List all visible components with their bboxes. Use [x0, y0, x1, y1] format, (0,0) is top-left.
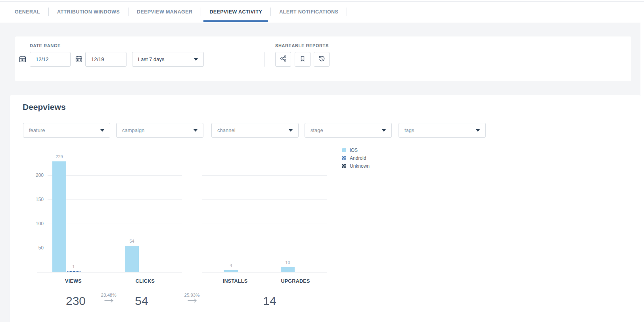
tab-deepview-activity[interactable]: DEEPVIEW ACTIVITY [201, 2, 270, 22]
category-label-upgrades: UPGRADES [281, 278, 310, 284]
x-axis-line [202, 272, 327, 272]
conversion-percent: 25.93% [184, 293, 199, 297]
divider [264, 52, 264, 67]
tab-attribution-windows[interactable]: ATTRIBUTION WINDOWS [49, 2, 128, 22]
tab-divider [347, 8, 347, 16]
shareable-reports-label: SHAREABLE REPORTS [275, 43, 329, 48]
bar-value-label: 10 [280, 260, 296, 265]
filter-label: stage [310, 127, 323, 133]
funnel-total: 230 [66, 294, 86, 308]
bar-chart: 501001502002291VIEWS54CLICKS4INSTALLS10U… [10, 147, 640, 321]
arrow-right-icon [187, 298, 197, 303]
date-range-panel: DATE RANGE Last 7 days SHAREABLE REPORTS [15, 36, 631, 81]
bar-value-label: 54 [124, 239, 140, 243]
tab-general[interactable]: GENERAL [6, 2, 48, 22]
settings-tab-bar: GENERAL ATTRIBUTION WINDOWS DEEPVIEW MAN… [0, 2, 644, 22]
gridline [202, 199, 327, 200]
card-title: Deepviews [23, 102, 66, 112]
x-axis-line [37, 272, 182, 272]
funnel-total: 14 [263, 294, 276, 308]
calendar-icon[interactable] [19, 56, 26, 63]
funnel-conversion: 25.93% [184, 293, 199, 303]
chevron-down-icon [289, 129, 293, 132]
end-date-input[interactable] [85, 52, 126, 67]
filter-label: feature [29, 127, 45, 133]
gridline [48, 199, 182, 200]
chevron-down-icon [476, 129, 480, 132]
share-report-button[interactable] [275, 52, 291, 67]
save-report-button[interactable] [295, 52, 310, 67]
legend-item-android: Android [342, 155, 366, 161]
share-icon [280, 55, 287, 63]
y-axis-tick: 50 [22, 245, 44, 251]
category-label-clicks: CLICKS [136, 278, 155, 284]
bar-value-label: 229 [51, 154, 67, 159]
gridline [202, 224, 327, 224]
calendar-icon[interactable] [75, 56, 82, 63]
legend-label: iOS [350, 148, 358, 153]
deepviews-card: Deepviews feature campaign channel stage… [10, 95, 640, 322]
bar-upgrades-ios [281, 267, 295, 272]
legend-swatch [342, 164, 346, 168]
bar-views-ios [52, 161, 66, 272]
filter-tags[interactable]: tags [399, 123, 486, 138]
gridline [202, 248, 327, 248]
filter-label: campaign [122, 127, 144, 133]
filter-feature[interactable]: feature [23, 123, 110, 138]
legend-label: Android [350, 155, 366, 161]
gridline [48, 248, 182, 248]
y-axis-tick: 150 [22, 197, 44, 202]
start-date-input[interactable] [30, 52, 71, 67]
legend-swatch [342, 156, 346, 160]
page-background: DATE RANGE Last 7 days SHAREABLE REPORTS [0, 23, 640, 322]
tab-alert-notifications[interactable]: ALERT NOTIFICATIONS [271, 2, 347, 22]
chevron-down-icon [382, 129, 386, 132]
category-label-installs: INSTALLS [223, 278, 248, 284]
category-label-views: VIEWS [65, 278, 82, 284]
y-axis-tick: 200 [22, 172, 44, 178]
report-history-button[interactable] [314, 52, 330, 67]
date-preset-value: Last 7 days [138, 56, 165, 62]
bar-views-android [67, 271, 80, 272]
legend-item-ios: iOS [342, 148, 358, 153]
funnel-conversion: 23.48% [101, 293, 116, 303]
filter-channel[interactable]: channel [211, 123, 299, 138]
legend-item-unknown: Unknown [342, 163, 370, 169]
history-icon [318, 55, 325, 63]
chevron-down-icon [194, 58, 198, 61]
filter-label: channel [217, 127, 236, 133]
gridline [202, 175, 327, 176]
chevron-down-icon [194, 129, 197, 132]
tab-deepview-manager[interactable]: DEEPVIEW MANAGER [128, 2, 201, 22]
bar-value-label: 1 [65, 264, 82, 269]
filter-stage[interactable]: stage [305, 123, 392, 138]
funnel-total: 54 [135, 294, 148, 308]
filter-label: tags [404, 127, 414, 133]
date-range-label: DATE RANGE [30, 43, 61, 48]
bookmark-icon [299, 56, 306, 63]
chevron-down-icon [100, 129, 104, 132]
legend-swatch [342, 148, 346, 152]
filter-campaign[interactable]: campaign [116, 123, 203, 138]
gridline [48, 224, 182, 224]
conversion-percent: 23.48% [101, 293, 116, 297]
legend-label: Unknown [350, 163, 370, 169]
arrow-right-icon [104, 298, 114, 303]
date-preset-dropdown[interactable]: Last 7 days [132, 52, 204, 67]
bar-installs-ios [224, 270, 238, 272]
bar-value-label: 4 [223, 263, 239, 268]
bar-clicks-ios [125, 246, 139, 272]
gridline [48, 175, 182, 176]
y-axis-tick: 100 [22, 221, 44, 226]
